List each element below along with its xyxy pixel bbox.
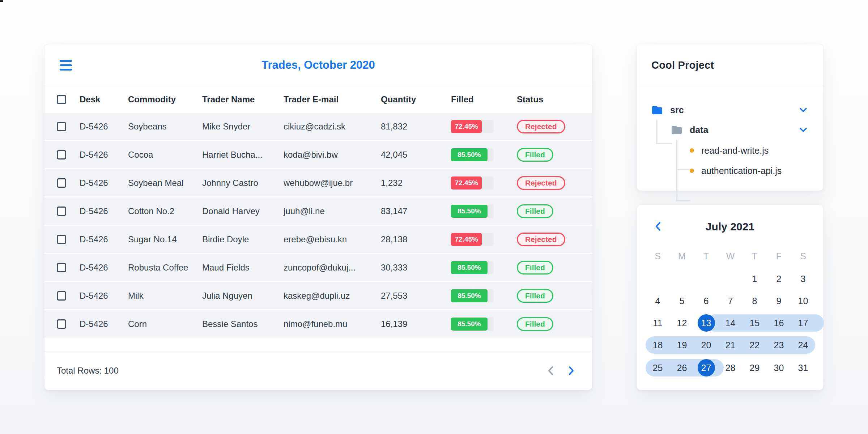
calendar-day[interactable]: 30 [767, 359, 791, 376]
folder-icon-gray [671, 125, 682, 135]
status-badge: Filled [517, 289, 553, 303]
status-badge: Filled [517, 317, 553, 331]
row-checkbox[interactable] [57, 122, 66, 131]
calendar-day [670, 270, 694, 288]
calendar-day[interactable]: 2 [767, 270, 791, 288]
cell-trader: Johnny Castro [202, 178, 284, 188]
calendar-day[interactable]: 21 [718, 336, 743, 354]
filled-progress-bar: 72.45% [451, 120, 494, 133]
tree-item-data[interactable]: data [637, 120, 823, 140]
row-checkbox[interactable] [57, 207, 66, 216]
cell-desk: D-5426 [80, 291, 128, 301]
cell-trader: Bessie Santos [202, 319, 284, 329]
calendar-day[interactable]: 23 [767, 336, 791, 354]
row-checkbox[interactable] [57, 319, 66, 329]
status-badge: Filled [517, 204, 553, 218]
tree-item-src[interactable]: src [637, 100, 823, 120]
calendar-day[interactable]: 16 [767, 314, 791, 332]
calendar-day[interactable]: 5 [670, 292, 694, 310]
folder-icon-blue [652, 105, 663, 115]
calendar-day[interactable]: 15 [743, 314, 767, 332]
tree-label: src [670, 105, 684, 115]
chevron-down-icon[interactable] [799, 107, 807, 112]
filled-progress-bar: 85.50% [451, 318, 494, 331]
calendar-day[interactable]: 20 [694, 336, 718, 354]
status-badge: Filled [517, 148, 553, 162]
calendar-day-range-end[interactable]: 27 [694, 359, 718, 376]
cell-quantity: 1,232 [381, 178, 451, 188]
row-checkbox[interactable] [57, 263, 66, 272]
calendar-day[interactable]: 28 [718, 359, 743, 376]
calendar-day[interactable]: 24 [791, 336, 815, 354]
calendar-day[interactable]: 29 [743, 359, 767, 376]
cell-commodity: Cocoa [128, 150, 202, 160]
column-header-email: Trader E-mail [284, 94, 381, 105]
table-row: D-5426 Robusta Coffee Maud Fields zuncop… [44, 254, 592, 282]
row-checkbox[interactable] [57, 291, 66, 301]
calendar-day[interactable]: 25 [646, 359, 670, 376]
select-all-checkbox[interactable] [57, 95, 66, 104]
cell-trader: Birdie Doyle [202, 234, 284, 244]
calendar-day[interactable]: 17 [791, 314, 815, 332]
row-checkbox[interactable] [57, 178, 66, 188]
cell-commodity: Soybeans [128, 122, 202, 132]
cell-trader: Maud Fields [202, 263, 284, 273]
table-row: D-5426 Cocoa Harriet Bucha... koda@bivi.… [44, 141, 592, 169]
tree-label: authentication-api.js [701, 166, 782, 176]
calendar-day[interactable]: 10 [791, 292, 815, 310]
table-row: D-5426 Cotton No.2 Donald Harvey juuh@li… [44, 197, 592, 226]
cell-email: kaskeg@dupli.uz [284, 291, 381, 301]
screen-artifact [0, 0, 3, 2]
calendar-header: July 2021 [637, 205, 823, 240]
calendar-week-row: 11 12 13 14 15 16 17 [646, 314, 815, 332]
table-row: D-5426 Milk Julia Nguyen kaskeg@dupli.uz… [44, 282, 592, 310]
calendar-day[interactable]: 3 [791, 270, 815, 288]
cell-quantity: 27,553 [381, 291, 451, 301]
calendar-day[interactable]: 11 [646, 314, 670, 332]
cell-trader: Julia Nguyen [202, 291, 284, 301]
tree-item-file[interactable]: authentication-api.js [637, 161, 823, 181]
calendar-day[interactable]: 22 [743, 336, 767, 354]
file-dot-icon [690, 169, 694, 173]
row-checkbox[interactable] [57, 235, 66, 244]
cell-quantity: 81,832 [381, 122, 451, 132]
column-header-desk: Desk [80, 94, 128, 105]
calendar-day [646, 270, 670, 288]
status-badge: Filled [517, 261, 553, 275]
calendar-day[interactable]: 26 [670, 359, 694, 376]
calendar-day[interactable]: 4 [646, 292, 670, 310]
calendar-day[interactable]: 7 [718, 292, 743, 310]
cell-desk: D-5426 [80, 206, 128, 216]
calendar-day[interactable]: 18 [646, 336, 670, 354]
calendar-day-range-start[interactable]: 13 [694, 314, 718, 332]
project-card-header: Cool Project [637, 44, 823, 86]
chevron-right-icon[interactable] [568, 366, 575, 376]
cell-email: nimo@funeb.mu [284, 319, 381, 329]
cell-trader: Mike Snyder [202, 122, 284, 132]
cell-quantity: 83,147 [381, 206, 451, 216]
column-header-status: Status [517, 94, 585, 105]
filled-progress-bar: 72.45% [451, 233, 494, 246]
cell-desk: D-5426 [80, 234, 128, 244]
tree-label: read-and-write.js [701, 145, 769, 156]
calendar-day[interactable]: 8 [743, 292, 767, 310]
cell-commodity: Sugar No.14 [128, 234, 202, 244]
project-title: Cool Project [651, 44, 714, 86]
status-badge: Rejected [517, 176, 565, 190]
calendar-day[interactable]: 12 [670, 314, 694, 332]
filled-progress-bar: 85.50% [451, 148, 494, 161]
cell-desk: D-5426 [80, 178, 128, 188]
tree-item-file[interactable]: read-and-write.js [637, 140, 823, 161]
chevron-down-icon[interactable] [799, 127, 807, 132]
calendar-day[interactable]: 9 [767, 292, 791, 310]
calendar-day[interactable]: 6 [694, 292, 718, 310]
calendar-week-row: 1 2 3 [646, 270, 815, 288]
calendar-day[interactable]: 31 [791, 359, 815, 376]
calendar-day[interactable]: 19 [670, 336, 694, 354]
row-checkbox[interactable] [57, 150, 66, 159]
chevron-left-icon[interactable] [547, 366, 554, 376]
status-badge: Rejected [517, 233, 565, 246]
calendar-day[interactable]: 1 [743, 270, 767, 288]
calendar-week-row: 25 26 27 28 29 30 31 [646, 359, 815, 376]
calendar-day[interactable]: 14 [718, 314, 743, 332]
